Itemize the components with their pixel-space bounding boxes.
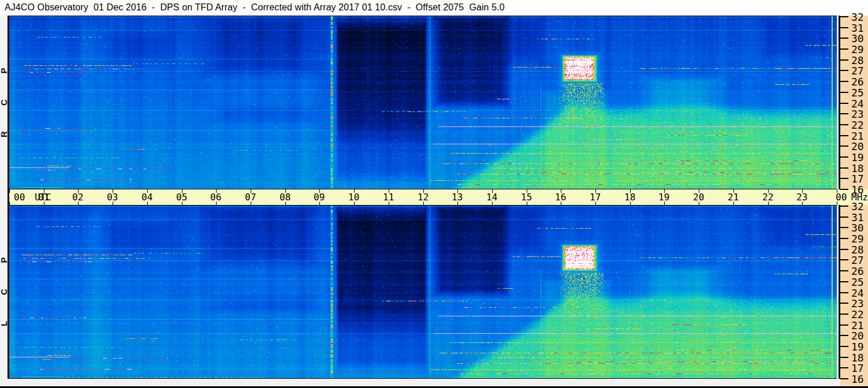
freq-tick: [840, 270, 848, 271]
spectrogram-rcp-canvas: [9, 16, 837, 189]
freq-tick: [840, 367, 848, 368]
panel-label-letter: P: [0, 257, 8, 263]
freq-tick: [840, 146, 848, 147]
time-tick-label: 02: [72, 193, 83, 202]
freq-tick-label: 26: [851, 265, 864, 277]
freq-tick: [840, 303, 848, 304]
time-tick-label: 18: [624, 193, 635, 202]
panel-label-lcp: PCL: [0, 206, 8, 378]
time-tick-label: 22: [762, 193, 773, 202]
freq-tick-label: 25: [851, 87, 864, 99]
freq-tick-label: 25: [851, 276, 864, 288]
freq-tick: [840, 314, 848, 315]
freq-scale-top: 3231302928272625242322212019181716: [840, 16, 868, 189]
freq-tick-label: 23: [851, 108, 864, 120]
panel-label-letter: L: [0, 321, 8, 326]
freq-tick-label: 19: [851, 151, 864, 163]
freq-tick-label: 17: [851, 173, 864, 185]
time-tick-label: 08: [280, 193, 290, 202]
spectrogram-lcp-canvas: [9, 206, 837, 378]
freq-tick-label: 27: [851, 65, 864, 77]
freq-tick: [840, 178, 848, 179]
freq-tick-label: 29: [851, 233, 864, 245]
time-tick-label: 11: [383, 193, 394, 202]
freq-tick: [840, 324, 848, 326]
freq-tick: [840, 189, 848, 190]
time-tick-label: 20: [693, 193, 704, 202]
freq-tick: [840, 16, 848, 17]
freq-tick: [840, 357, 848, 358]
freq-tick: [840, 103, 848, 104]
freq-tick-label: 17: [851, 362, 864, 374]
freq-tick: [840, 38, 848, 39]
freq-tick: [840, 238, 848, 239]
freq-tick-label: 30: [851, 222, 864, 234]
panel-label-letter: C: [0, 99, 8, 106]
freq-tick-label: 20: [851, 330, 864, 342]
freq-tick-label: 30: [851, 32, 864, 44]
time-tick-label: 23: [796, 193, 807, 202]
time-tick: [9, 202, 10, 205]
freq-tick: [840, 156, 848, 158]
time-tick: [837, 189, 837, 193]
freq-tick-label: 20: [851, 140, 864, 152]
time-tick-label: 01: [38, 193, 49, 202]
freq-tick: [840, 48, 848, 50]
time-tick-label: 17: [590, 193, 601, 202]
time-tick-label: 05: [176, 193, 187, 202]
time-tick-label: 06: [210, 193, 221, 202]
freq-tick-label: 22: [851, 308, 864, 320]
freq-tick-label: 22: [851, 119, 864, 131]
title-text: AJ4CO Observatory 01 Dec 2016 - DPS on T…: [5, 2, 505, 13]
time-tick-label: 14: [486, 193, 497, 202]
freq-tick: [840, 113, 848, 114]
time-tick-label: 19: [658, 193, 669, 202]
freq-tick-label: 32: [851, 11, 864, 23]
time-tick-label: 15: [521, 193, 532, 202]
panel-label-rcp: PCR: [0, 16, 8, 189]
freq-tick-label: 32: [851, 200, 864, 212]
time-tick-label: 10: [348, 193, 359, 202]
time-tick: [837, 202, 837, 205]
freq-tick-label: 26: [851, 76, 864, 88]
time-tick-label: 12: [418, 193, 429, 202]
freq-tick: [840, 346, 848, 347]
freq-tick-label: 29: [851, 43, 864, 55]
time-axis: 00 UTC 00 MHz 01020304050607080910111213…: [9, 189, 868, 205]
freq-tick-label: 27: [851, 254, 864, 266]
freq-tick: [840, 92, 848, 93]
freq-tick: [840, 59, 848, 61]
time-tick-label: 21: [728, 193, 739, 202]
time-tick-label: 13: [452, 193, 463, 202]
bottom-margin: [0, 379, 840, 386]
freq-tick: [840, 292, 848, 293]
time-tick-label: 07: [245, 193, 256, 202]
freq-tick: [840, 206, 848, 207]
panel-label-letter: P: [0, 68, 8, 73]
time-tick: [9, 189, 10, 193]
freq-tick: [840, 259, 848, 260]
freq-tick: [840, 167, 848, 169]
panel-label-letter: C: [0, 289, 8, 295]
time-axis-right-label: 00: [836, 193, 847, 202]
freq-tick-label: 16: [851, 184, 864, 196]
freq-tick: [840, 378, 848, 379]
freq-tick: [840, 227, 848, 228]
freq-tick-label: 19: [851, 341, 864, 353]
freq-tick: [840, 27, 848, 28]
freq-tick: [840, 81, 848, 82]
freq-tick-label: 23: [851, 297, 864, 309]
time-axis-left-label: 00: [14, 193, 25, 202]
freq-tick: [840, 249, 848, 250]
freq-tick: [840, 281, 848, 282]
freq-tick: [840, 70, 848, 71]
freq-tick: [840, 135, 848, 136]
time-tick-label: 16: [555, 193, 566, 202]
panel-label-letter: R: [0, 131, 8, 137]
dps-viewer-window: { "title": "AJ4CO Observatory 01 Dec 201…: [0, 0, 868, 388]
freq-tick-label: 16: [851, 373, 864, 385]
title-bar: AJ4CO Observatory 01 Dec 2016 - DPS on T…: [0, 0, 868, 16]
time-tick-label: 03: [107, 193, 118, 202]
freq-tick: [840, 335, 848, 336]
time-tick-label: 09: [314, 193, 325, 202]
